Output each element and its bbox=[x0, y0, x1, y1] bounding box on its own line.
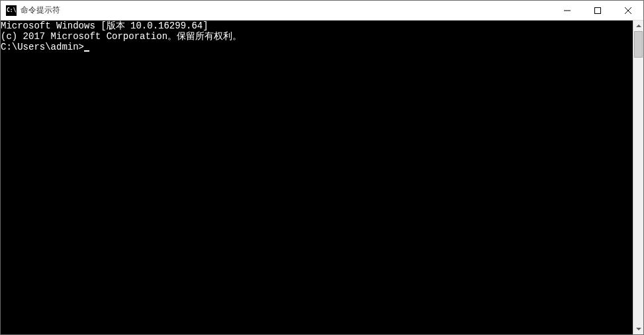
maximize-button[interactable] bbox=[582, 1, 613, 20]
minimize-button[interactable] bbox=[552, 1, 582, 20]
window-controls bbox=[552, 1, 643, 20]
vertical-scrollbar[interactable] bbox=[633, 21, 643, 334]
window-title: 命令提示符 bbox=[21, 5, 552, 16]
app-icon: C:\. bbox=[6, 5, 17, 16]
svg-rect-1 bbox=[595, 7, 601, 13]
terminal-prompt-line: C:\Users\admin> bbox=[1, 42, 633, 52]
terminal-cursor bbox=[84, 50, 89, 52]
terminal-area: Microsoft Windows [版本 10.0.16299.64](c) … bbox=[1, 21, 643, 334]
minimize-icon bbox=[564, 7, 571, 14]
chevron-down-icon bbox=[636, 328, 641, 330]
terminal-output-line: Microsoft Windows [版本 10.0.16299.64] bbox=[1, 21, 633, 31]
scrollbar-track[interactable] bbox=[633, 31, 643, 324]
command-prompt-window: C:\. 命令提示符 Microsoft Windows bbox=[0, 0, 644, 335]
terminal-prompt: C:\Users\admin> bbox=[1, 42, 84, 52]
terminal-content[interactable]: Microsoft Windows [版本 10.0.16299.64](c) … bbox=[1, 21, 633, 334]
scrollbar-up-button[interactable] bbox=[633, 21, 643, 31]
terminal-output-line: (c) 2017 Microsoft Corporation。保留所有权利。 bbox=[1, 31, 633, 42]
scrollbar-down-button[interactable] bbox=[633, 324, 643, 334]
titlebar[interactable]: C:\. 命令提示符 bbox=[1, 1, 643, 21]
close-icon bbox=[625, 7, 631, 14]
scrollbar-thumb[interactable] bbox=[634, 31, 643, 58]
app-icon-text: C:\. bbox=[7, 8, 19, 13]
maximize-icon bbox=[594, 7, 601, 14]
close-button[interactable] bbox=[613, 1, 643, 20]
chevron-up-icon bbox=[636, 24, 641, 27]
